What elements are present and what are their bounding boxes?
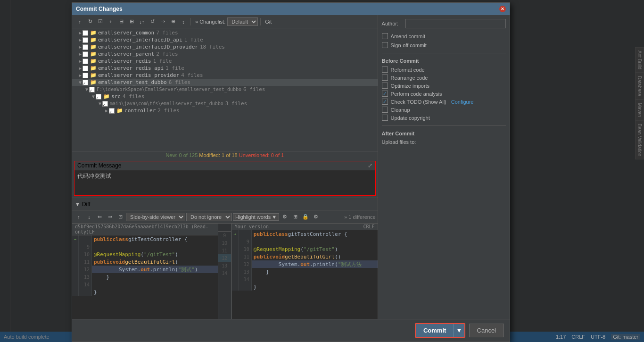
changelist-select[interactable]: Default [227,17,258,26]
viewer-select[interactable]: Side-by-side viewer [126,213,185,221]
tree-item-java-path[interactable]: ▼ main\java\com\tfs\emallserver_test_dub… [72,100,378,107]
diff-toolbar-down[interactable]: ↓ [84,212,94,222]
toolbar-btn-8[interactable]: ↺ [148,17,157,26]
toolbar-btn-9[interactable]: ⇒ [158,17,167,26]
diff-line-code [252,238,256,245]
tree-item-redis-api[interactable]: ▶ 📁 emallserver_redis_api 1 file [72,65,378,72]
diff-gutter: → [72,235,79,243]
update-copyright-checkbox[interactable] [382,115,388,121]
diff-toolbar-copy-right[interactable]: ⇒ [105,212,115,222]
dialog-close-button[interactable]: ✕ [499,6,506,12]
expand-icon[interactable]: ⤢ [368,162,372,169]
arrow-icon: ▼ [99,101,101,106]
cancel-button[interactable]: Cancel [469,324,504,337]
checkbox-jd-api[interactable] [83,37,88,43]
checkbox-java-path[interactable] [102,101,108,107]
checkbox-test-dubbo[interactable] [83,80,88,85]
file-tree-status-bar: New: 0 of 125 Modified: 1 of 18 Unversio… [72,151,378,159]
checkbox-controller[interactable] [109,108,115,114]
tree-item-common[interactable]: ▶ 📁 emallserver_common 7 files [72,29,378,36]
checkbox-redis-api[interactable] [83,66,88,71]
ignore-select[interactable]: Do not ignore [186,213,232,221]
diff-gutter [72,258,79,266]
item-label-jd-provider: emallserver_interfaceJD_provider [98,44,198,50]
commit-message-textarea[interactable]: 代码冲突测试 [74,170,375,194]
toolbar-btn-3[interactable]: ☑ [96,17,105,26]
rearrange-code-checkbox[interactable] [382,75,388,81]
diff-gutter [232,253,239,260]
toolbar-btn-1[interactable]: ↑ [75,17,84,26]
tree-item-src[interactable]: ▼ 📁 src 4 files [72,93,378,100]
diff-line-num [79,288,92,296]
folder-icon: 📁 [103,93,110,100]
amend-commit-checkbox[interactable] [382,33,388,39]
sign-off-checkbox[interactable] [382,42,388,48]
diff-line-code: } [92,273,111,281]
checkbox-redis[interactable] [83,58,88,64]
item-count-redis: 1 file [153,58,172,64]
checkbox-parent[interactable] [83,51,88,57]
tree-item-redis[interactable]: ▶ 📁 emallserver_redis 1 file [72,58,378,65]
diff-lock-btn[interactable]: 🔒 [301,212,310,222]
diff-options-btn[interactable]: ⚙ [311,212,321,222]
arrow-icon: ▶ [79,51,82,57]
checkbox-common[interactable] [83,30,88,36]
diff-line-right-14: 14 [232,275,378,283]
diff-line-right-10: 10 @RequestMapping("/gitTest") [232,245,378,253]
arrow-icon: ▶ [79,44,82,50]
diff-toolbar-up[interactable]: ↑ [74,212,83,222]
tree-item-jd-provider[interactable]: ▶ 📁 emallserver_interfaceJD_provider 18 … [72,43,378,50]
tree-item-parent[interactable]: ▶ 📁 emallserver_parent 2 files [72,50,378,58]
diff-settings-btn[interactable]: ⚙ [280,212,289,222]
item-count-jd-api: 1 file [184,37,203,43]
toolbar-btn-7[interactable]: ↓↑ [137,17,147,26]
diff-line-right-13: 13 } [232,268,378,275]
diff-content: d5bf9ed157586b207da6e5aaaaebf1419ecb213b… [72,224,378,319]
checkbox-redis-provider[interactable] [83,73,88,78]
tree-item-test-dubbo[interactable]: ▼ 📁 emallserver_test_dubbo 6 files [72,79,378,86]
item-label-common: emallserver_common [98,30,154,36]
folder-icon: 📁 [90,65,97,71]
modified-status: Modified: 1 of 18 [199,152,237,158]
diff-line-right-12: 12 System.out.println("测试方法 [232,260,378,268]
toolbar-btn-2[interactable]: ↻ [85,17,95,26]
tree-item-redis-provider[interactable]: ▶ 📁 emallserver_redis_provider 4 files [72,72,378,79]
diff-grid-btn[interactable]: ⊞ [290,212,300,222]
toolbar-btn-6[interactable]: ⊞ [127,17,136,26]
commit-button[interactable]: Commit [416,324,454,337]
tree-item-controller[interactable]: ▶ 📁 controller 2 files [72,107,378,114]
commit-dropdown-button[interactable]: ▼ [454,324,464,337]
diff-line-left-11: 11 public void getBeautifulGirl( [72,258,218,266]
optimize-imports-checkbox[interactable] [382,83,388,89]
diff-toolbar-copy[interactable]: ⊡ [116,212,125,222]
diff-left-pane: d5bf9ed157586b207da6e5aaaaebf1419ecb213b… [72,224,218,319]
arrow-icon: ▶ [79,30,82,35]
diff-middle-nums: 9 10 11 12 13 14 [218,224,231,319]
item-count-common: 7 files [156,30,178,36]
reformat-code-checkbox[interactable] [382,67,388,73]
configure-link[interactable]: Configure [451,99,474,105]
tree-item-jd-api[interactable]: ▶ 📁 emallserver_interfaceJD_api 1 file [72,36,378,43]
cleanup-checkbox[interactable] [382,107,388,113]
dialog-titlebar: Commit Changes ✕ [72,3,510,15]
highlight-words-button[interactable]: Highlight words ▼ [233,213,279,221]
changelist-label: » Changelist: [195,19,225,25]
commit-dialog: Commit Changes ✕ ↑ ↻ ☑ + ⊟ ⊞ ↓↑ ↺ ⇒ ⊕ ↕ … [72,2,510,342]
toolbar-btn-11[interactable]: ↕ [179,17,188,26]
checkbox-jd-provider[interactable] [83,44,88,50]
diff-toolbar-copy-left[interactable]: ⇐ [95,212,104,222]
toolbar-btn-4[interactable]: + [106,17,116,26]
diff-line-right-9: 9 [232,238,378,245]
diff-gutter [232,238,239,245]
check-todo-checkbox[interactable] [382,99,388,105]
tree-item-path[interactable]: ▼ F:\ideaWorkSpace\EmallServer\emallserv… [72,86,378,93]
diff-collapse-toggle[interactable]: ▼ [75,201,80,207]
author-input[interactable] [405,19,506,28]
checkbox-src[interactable] [96,94,101,100]
toolbar-btn-5[interactable]: ⊟ [116,17,126,26]
cleanup-row: Cleanup [382,107,506,113]
checkbox-path[interactable] [89,87,95,92]
item-label-controller: controller [124,108,156,114]
perform-code-analysis-checkbox[interactable] [382,91,388,97]
toolbar-btn-10[interactable]: ⊕ [168,17,178,26]
